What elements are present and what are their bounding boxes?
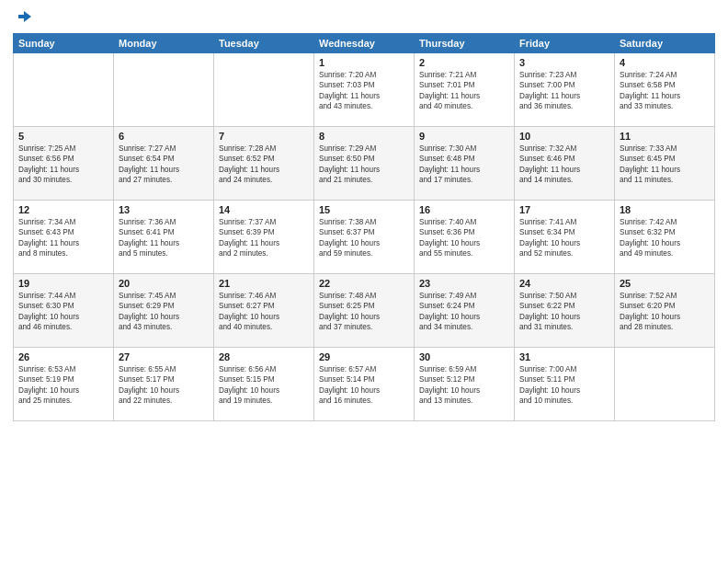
day-info: Sunrise: 7:42 AM Sunset: 6:32 PM Dayligh… bbox=[620, 217, 710, 259]
calendar-cell bbox=[214, 53, 314, 127]
calendar-cell: 25Sunrise: 7:52 AM Sunset: 6:20 PM Dayli… bbox=[615, 274, 715, 348]
week-row-1: 1Sunrise: 7:20 AM Sunset: 7:03 PM Daylig… bbox=[14, 53, 715, 127]
week-row-4: 19Sunrise: 7:44 AM Sunset: 6:30 PM Dayli… bbox=[14, 274, 715, 348]
day-number: 31 bbox=[519, 351, 609, 362]
day-info: Sunrise: 7:41 AM Sunset: 6:34 PM Dayligh… bbox=[519, 217, 609, 259]
day-info: Sunrise: 7:20 AM Sunset: 7:03 PM Dayligh… bbox=[319, 70, 409, 112]
day-info: Sunrise: 7:00 AM Sunset: 5:11 PM Dayligh… bbox=[519, 364, 609, 407]
day-info: Sunrise: 7:49 AM Sunset: 6:24 PM Dayligh… bbox=[419, 291, 509, 333]
day-number: 18 bbox=[620, 204, 710, 215]
weekday-header-sunday: Sunday bbox=[14, 34, 114, 53]
calendar-cell: 28Sunrise: 6:56 AM Sunset: 5:15 PM Dayli… bbox=[214, 348, 314, 421]
day-number: 10 bbox=[519, 131, 609, 142]
day-info: Sunrise: 6:57 AM Sunset: 5:14 PM Dayligh… bbox=[319, 364, 409, 407]
day-number: 23 bbox=[419, 278, 509, 289]
week-row-2: 5Sunrise: 7:25 AM Sunset: 6:56 PM Daylig… bbox=[14, 127, 715, 201]
day-info: Sunrise: 7:52 AM Sunset: 6:20 PM Dayligh… bbox=[620, 291, 710, 333]
day-info: Sunrise: 6:56 AM Sunset: 5:15 PM Dayligh… bbox=[219, 364, 309, 407]
day-number: 7 bbox=[219, 131, 309, 142]
calendar-cell: 18Sunrise: 7:42 AM Sunset: 6:32 PM Dayli… bbox=[615, 201, 715, 274]
day-number: 15 bbox=[319, 204, 409, 215]
calendar-cell: 31Sunrise: 7:00 AM Sunset: 5:11 PM Dayli… bbox=[515, 348, 615, 421]
day-info: Sunrise: 7:28 AM Sunset: 6:52 PM Dayligh… bbox=[219, 144, 309, 186]
calendar-cell: 10Sunrise: 7:32 AM Sunset: 6:46 PM Dayli… bbox=[515, 127, 615, 201]
weekday-header-thursday: Thursday bbox=[415, 34, 515, 53]
calendar-cell bbox=[114, 53, 214, 127]
calendar-cell: 27Sunrise: 6:55 AM Sunset: 5:17 PM Dayli… bbox=[114, 348, 214, 421]
day-info: Sunrise: 6:53 AM Sunset: 5:19 PM Dayligh… bbox=[18, 364, 108, 407]
day-number: 2 bbox=[419, 57, 509, 68]
day-info: Sunrise: 7:33 AM Sunset: 6:45 PM Dayligh… bbox=[620, 144, 710, 186]
svg-marker-0 bbox=[18, 11, 31, 22]
calendar-cell: 9Sunrise: 7:30 AM Sunset: 6:48 PM Daylig… bbox=[415, 127, 515, 201]
calendar-cell: 29Sunrise: 6:57 AM Sunset: 5:14 PM Dayli… bbox=[314, 348, 415, 421]
calendar-cell: 3Sunrise: 7:23 AM Sunset: 7:00 PM Daylig… bbox=[515, 53, 615, 127]
weekday-header-friday: Friday bbox=[515, 34, 615, 53]
day-number: 4 bbox=[620, 57, 710, 68]
day-number: 6 bbox=[119, 131, 209, 142]
day-number: 27 bbox=[119, 351, 209, 362]
logo bbox=[13, 9, 33, 26]
day-number: 13 bbox=[119, 204, 209, 215]
day-info: Sunrise: 6:55 AM Sunset: 5:17 PM Dayligh… bbox=[119, 364, 209, 407]
day-info: Sunrise: 7:21 AM Sunset: 7:01 PM Dayligh… bbox=[419, 70, 509, 112]
day-number: 19 bbox=[18, 278, 108, 289]
calendar-cell: 16Sunrise: 7:40 AM Sunset: 6:36 PM Dayli… bbox=[415, 201, 515, 274]
day-number: 29 bbox=[319, 351, 409, 362]
calendar-cell: 6Sunrise: 7:27 AM Sunset: 6:54 PM Daylig… bbox=[114, 127, 214, 201]
weekday-header-tuesday: Tuesday bbox=[214, 34, 314, 53]
calendar-cell: 14Sunrise: 7:37 AM Sunset: 6:39 PM Dayli… bbox=[214, 201, 314, 274]
calendar-cell: 30Sunrise: 6:59 AM Sunset: 5:12 PM Dayli… bbox=[415, 348, 515, 421]
day-number: 25 bbox=[620, 278, 710, 289]
weekday-header-wednesday: Wednesday bbox=[314, 34, 415, 53]
calendar-cell: 20Sunrise: 7:45 AM Sunset: 6:29 PM Dayli… bbox=[114, 274, 214, 348]
calendar-cell: 1Sunrise: 7:20 AM Sunset: 7:03 PM Daylig… bbox=[314, 53, 415, 127]
day-number: 9 bbox=[419, 131, 509, 142]
page: SundayMondayTuesdayWednesdayThursdayFrid… bbox=[0, 0, 728, 563]
weekday-header-saturday: Saturday bbox=[615, 34, 715, 53]
calendar-cell: 11Sunrise: 7:33 AM Sunset: 6:45 PM Dayli… bbox=[615, 127, 715, 201]
calendar-cell: 22Sunrise: 7:48 AM Sunset: 6:25 PM Dayli… bbox=[314, 274, 415, 348]
day-info: Sunrise: 7:23 AM Sunset: 7:00 PM Dayligh… bbox=[519, 70, 609, 112]
day-number: 28 bbox=[219, 351, 309, 362]
calendar-cell: 12Sunrise: 7:34 AM Sunset: 6:43 PM Dayli… bbox=[14, 201, 114, 274]
day-number: 20 bbox=[119, 278, 209, 289]
day-info: Sunrise: 7:46 AM Sunset: 6:27 PM Dayligh… bbox=[219, 291, 309, 333]
day-number: 16 bbox=[419, 204, 509, 215]
calendar-cell bbox=[615, 348, 715, 421]
day-info: Sunrise: 7:48 AM Sunset: 6:25 PM Dayligh… bbox=[319, 291, 409, 333]
calendar-cell: 19Sunrise: 7:44 AM Sunset: 6:30 PM Dayli… bbox=[14, 274, 114, 348]
day-number: 26 bbox=[18, 351, 108, 362]
calendar-cell bbox=[14, 53, 114, 127]
day-number: 12 bbox=[18, 204, 108, 215]
calendar-cell: 24Sunrise: 7:50 AM Sunset: 6:22 PM Dayli… bbox=[515, 274, 615, 348]
calendar-table: SundayMondayTuesdayWednesdayThursdayFrid… bbox=[13, 33, 715, 421]
calendar-cell: 15Sunrise: 7:38 AM Sunset: 6:37 PM Dayli… bbox=[314, 201, 415, 274]
day-number: 24 bbox=[519, 278, 609, 289]
day-number: 8 bbox=[319, 131, 409, 142]
day-info: Sunrise: 7:30 AM Sunset: 6:48 PM Dayligh… bbox=[419, 144, 509, 186]
day-number: 30 bbox=[419, 351, 509, 362]
day-info: Sunrise: 7:24 AM Sunset: 6:58 PM Dayligh… bbox=[620, 70, 710, 112]
week-row-3: 12Sunrise: 7:34 AM Sunset: 6:43 PM Dayli… bbox=[14, 201, 715, 274]
weekday-header-monday: Monday bbox=[114, 34, 214, 53]
week-row-5: 26Sunrise: 6:53 AM Sunset: 5:19 PM Dayli… bbox=[14, 348, 715, 421]
day-number: 5 bbox=[18, 131, 108, 142]
day-info: Sunrise: 7:37 AM Sunset: 6:39 PM Dayligh… bbox=[219, 217, 309, 259]
day-number: 22 bbox=[319, 278, 409, 289]
day-info: Sunrise: 7:44 AM Sunset: 6:30 PM Dayligh… bbox=[18, 291, 108, 333]
day-info: Sunrise: 7:40 AM Sunset: 6:36 PM Dayligh… bbox=[419, 217, 509, 259]
day-number: 21 bbox=[219, 278, 309, 289]
day-info: Sunrise: 7:34 AM Sunset: 6:43 PM Dayligh… bbox=[18, 217, 108, 259]
day-info: Sunrise: 7:29 AM Sunset: 6:50 PM Dayligh… bbox=[319, 144, 409, 186]
header bbox=[13, 9, 715, 26]
day-info: Sunrise: 7:36 AM Sunset: 6:41 PM Dayligh… bbox=[119, 217, 209, 259]
calendar-cell: 23Sunrise: 7:49 AM Sunset: 6:24 PM Dayli… bbox=[415, 274, 515, 348]
day-info: Sunrise: 6:59 AM Sunset: 5:12 PM Dayligh… bbox=[419, 364, 509, 407]
day-info: Sunrise: 7:27 AM Sunset: 6:54 PM Dayligh… bbox=[119, 144, 209, 186]
day-info: Sunrise: 7:38 AM Sunset: 6:37 PM Dayligh… bbox=[319, 217, 409, 259]
day-number: 3 bbox=[519, 57, 609, 68]
day-number: 11 bbox=[620, 131, 710, 142]
day-number: 14 bbox=[219, 204, 309, 215]
calendar-cell: 2Sunrise: 7:21 AM Sunset: 7:01 PM Daylig… bbox=[415, 53, 515, 127]
